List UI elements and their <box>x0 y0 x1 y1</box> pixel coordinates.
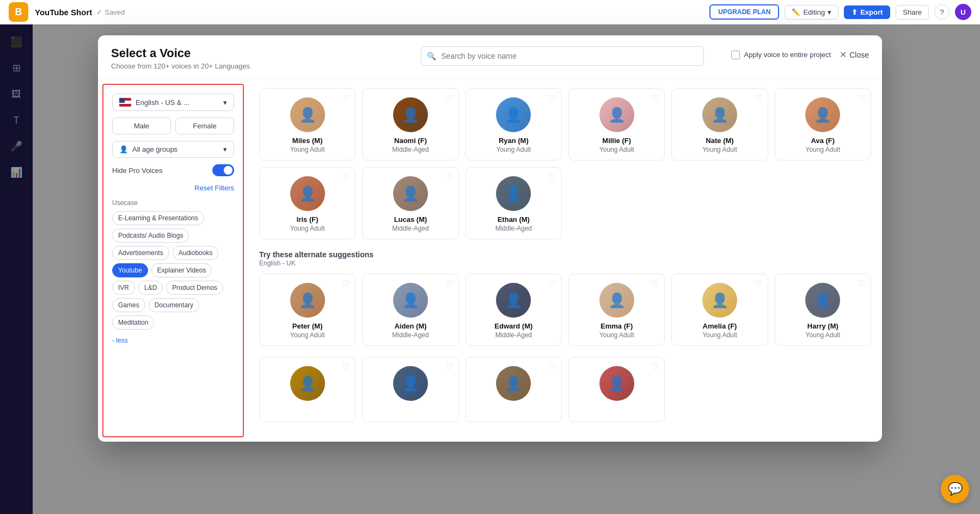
language-select-button[interactable]: English - US & ... ▾ <box>112 94 234 111</box>
voice-age-naomi: Middle-Aged <box>392 146 428 153</box>
heart-button-millie[interactable]: ♡ <box>651 94 659 103</box>
tag-audiobooks[interactable]: Audiobooks <box>173 246 219 260</box>
heart-button-nate[interactable]: ♡ <box>755 94 762 103</box>
age-group-select-button[interactable]: 👤 All age groups ▾ <box>112 141 234 158</box>
heart-button-peter[interactable]: ♡ <box>342 280 350 288</box>
voice-card-emma[interactable]: ♡ 👤 Emma (F) Young Adult <box>568 274 665 346</box>
export-button[interactable]: ⬆ Export <box>844 5 890 19</box>
heart-button-r3[interactable]: ♡ <box>548 363 556 371</box>
voice-name-ryan: Ryan (M) <box>499 137 529 145</box>
heart-button-aiden[interactable]: ♡ <box>445 280 453 288</box>
voice-search-input[interactable] <box>421 46 704 66</box>
voice-card-iris[interactable]: ♡ 👤 Iris (F) Young Adult <box>259 167 356 239</box>
user-avatar[interactable]: U <box>955 4 971 20</box>
tag-ld[interactable]: L&D <box>138 281 163 295</box>
heart-button-naomi[interactable]: ♡ <box>445 94 453 103</box>
age-chevron-icon: ▾ <box>223 145 227 153</box>
voice-card-edward[interactable]: ♡ 👤 Edward (M) Middle-Aged <box>465 274 562 346</box>
help-button[interactable]: ? <box>934 4 950 20</box>
close-x-icon: ✕ <box>840 49 847 60</box>
voice-card-ethan[interactable]: ♡ 👤 Ethan (M) Middle-Aged <box>465 167 562 239</box>
avatar-icon-nate: 👤 <box>711 107 728 123</box>
voice-age-lucas: Middle-Aged <box>392 225 428 232</box>
gender-buttons: Male Female <box>112 117 234 134</box>
tag-elearning[interactable]: E-Learning & Presentations <box>112 211 204 225</box>
voice-card-r2[interactable]: ♡ 👤 <box>362 357 458 422</box>
voice-age-iris: Young Adult <box>290 225 325 232</box>
voice-card-miles[interactable]: ♡ 👤 Miles (M) Young Adult <box>259 88 356 160</box>
heart-button-r4[interactable]: ♡ <box>651 363 659 371</box>
voice-card-r3[interactable]: ♡ 👤 <box>465 357 562 422</box>
close-modal-button[interactable]: ✕ Close <box>840 49 869 60</box>
voice-age-emma: Young Adult <box>599 331 634 339</box>
voice-card-harry[interactable]: ♡ 👤 Harry (M) Young Adult <box>775 274 871 346</box>
voice-card-ryan[interactable]: ♡ 👤 Ryan (M) Young Adult <box>465 88 562 160</box>
suggestion-title: Try these alternate suggestions <box>259 250 871 259</box>
voice-name-naomi: Naomi (F) <box>394 137 427 145</box>
chat-support-button[interactable]: 💬 <box>941 475 969 503</box>
voice-card-aiden[interactable]: ♡ 👤 Aiden (M) Middle-Aged <box>362 274 458 346</box>
avatar-icon-edward: 👤 <box>505 292 522 309</box>
tag-ivr[interactable]: IVR <box>112 281 135 295</box>
male-gender-button[interactable]: Male <box>112 117 171 134</box>
voice-card-naomi[interactable]: ♡ 👤 Naomi (F) Middle-Aged <box>362 88 458 160</box>
voice-card-lucas[interactable]: ♡ 👤 Lucas (M) Middle-Aged <box>362 167 458 239</box>
share-button[interactable]: Share <box>896 5 929 20</box>
voice-avatar-ethan: 👤 <box>496 176 531 211</box>
voice-card-millie[interactable]: ♡ 👤 Millie (F) Young Adult <box>568 88 665 160</box>
voice-card-ava[interactable]: ♡ 👤 Ava (F) Young Adult <box>775 88 871 160</box>
voice-grid-area: ♡ 👤 Miles (M) Young Adult ♡ 👤 Naomi (F) … <box>248 79 882 442</box>
voice-avatar-emma: 👤 <box>599 283 634 318</box>
heart-button-ethan[interactable]: ♡ <box>548 173 556 182</box>
tag-youtube[interactable]: Youtube <box>112 263 148 277</box>
voice-name-amelia: Amelia (F) <box>703 322 737 330</box>
heart-button-ava[interactable]: ♡ <box>857 94 865 103</box>
voice-name-ethan: Ethan (M) <box>498 215 530 224</box>
apply-voice-label[interactable]: Apply voice to entire project <box>731 51 831 59</box>
tag-podcasts[interactable]: Podcasts/ Audio Blogs <box>112 228 189 243</box>
voice-card-nate[interactable]: ♡ 👤 Nate (M) Young Adult <box>671 88 768 160</box>
topbar: B YouTube Short ✓ Saved UPGRADE PLAN ✏️ … <box>0 0 980 24</box>
tag-product[interactable]: Product Demos <box>166 281 223 295</box>
heart-button-lucas[interactable]: ♡ <box>445 173 453 182</box>
show-less-button[interactable]: - less <box>112 334 128 347</box>
heart-button-r1[interactable]: ♡ <box>342 363 350 371</box>
voice-avatar-r1: 👤 <box>290 366 325 401</box>
avatar-icon-millie: 👤 <box>608 107 626 123</box>
editing-button[interactable]: ✏️ Editing ▾ <box>785 5 838 20</box>
modal-header: Select a Voice Choose from 120+ voices i… <box>98 35 882 79</box>
avatar-icon-naomi: 👤 <box>402 107 419 123</box>
avatar-icon-aiden: 👤 <box>402 292 419 309</box>
heart-button-edward[interactable]: ♡ <box>548 280 556 288</box>
person-icon: 👤 <box>119 145 128 153</box>
voice-card-r1[interactable]: ♡ 👤 <box>259 357 356 422</box>
modal-title: Select a Voice <box>111 46 412 60</box>
heart-button-iris[interactable]: ♡ <box>342 173 350 182</box>
voice-name-nate: Nate (M) <box>706 137 733 145</box>
tag-explainer[interactable]: Explainer Videos <box>151 263 212 277</box>
hide-pro-toggle[interactable] <box>212 164 234 176</box>
female-gender-button[interactable]: Female <box>175 117 234 134</box>
voice-age-ethan: Middle-Aged <box>495 225 532 232</box>
tag-ads[interactable]: Advertisements <box>112 246 169 260</box>
tag-documentary[interactable]: Documentary <box>149 298 199 312</box>
filter-panel: English - US & ... ▾ Male Female 👤 All a… <box>102 84 244 437</box>
heart-button-r2[interactable]: ♡ <box>445 363 453 371</box>
heart-button-harry[interactable]: ♡ <box>857 280 865 288</box>
reset-filters-button[interactable]: Reset Filters <box>194 184 234 192</box>
voice-card-amelia[interactable]: ♡ 👤 Amelia (F) Young Adult <box>671 274 768 346</box>
apply-voice-checkbox[interactable] <box>731 51 740 59</box>
heart-button-amelia[interactable]: ♡ <box>755 280 762 288</box>
avatar-icon-peter: 👤 <box>299 292 316 309</box>
avatar-icon-amelia: 👤 <box>711 292 728 309</box>
avatar-icon-r1: 👤 <box>299 375 316 392</box>
heart-button-ryan[interactable]: ♡ <box>548 94 556 103</box>
voice-card-peter[interactable]: ♡ 👤 Peter (M) Young Adult <box>259 274 356 346</box>
heart-button-emma[interactable]: ♡ <box>651 280 659 288</box>
usecase-label: Usecase <box>112 199 234 207</box>
voice-card-r4[interactable]: ♡ 👤 <box>568 357 665 422</box>
tag-meditation[interactable]: Meditation <box>112 315 154 330</box>
heart-button-miles[interactable]: ♡ <box>342 94 350 103</box>
tag-games[interactable]: Games <box>112 298 145 312</box>
upgrade-plan-button[interactable]: UPGRADE PLAN <box>709 4 779 20</box>
